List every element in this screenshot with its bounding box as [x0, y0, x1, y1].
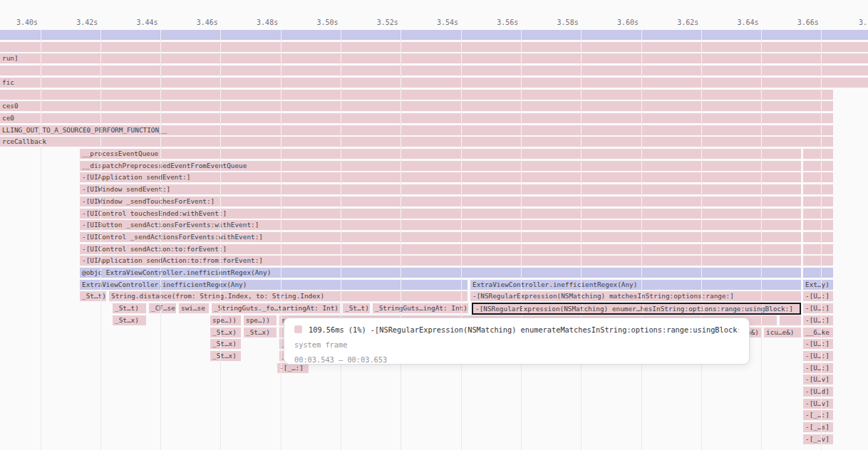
frame[interactable]: _CF…se	[149, 303, 176, 313]
gridline-overlay	[41, 53, 41, 63]
gridline-overlay	[281, 149, 281, 159]
frame[interactable]: -[NSRegularExpression(NSMatching) matche…	[470, 291, 801, 301]
frame[interactable]: _St…t)	[113, 303, 146, 313]
frame[interactable]: -[U…v]	[803, 399, 833, 409]
frame[interactable]: LLING_OUT_TO_A_SOURCE0_PERFORM_FUNCTION_…	[0, 125, 833, 135]
frame[interactable]: -[_…:]	[803, 410, 833, 420]
frame[interactable]: swi…se	[179, 303, 209, 313]
frame-label: _St…t)	[80, 291, 106, 301]
frame[interactable]	[803, 232, 833, 242]
frame[interactable]: Ext…y)	[803, 280, 833, 290]
frame[interactable]: -[U…:]	[803, 363, 833, 373]
frame[interactable]: __6…ke	[803, 328, 833, 338]
gridline-overlay	[821, 232, 822, 242]
frame[interactable]	[803, 197, 833, 206]
frame-label: __dispatchPreprocessedEventFromEventQueu…	[80, 161, 249, 171]
gridline-overlay	[581, 66, 582, 75]
gridline-overlay	[281, 42, 281, 52]
frame[interactable]: icu…e&)	[764, 328, 801, 338]
gridline-overlay	[461, 244, 462, 254]
frame[interactable]: -[U…:]	[803, 303, 833, 313]
gridline-overlay	[641, 184, 642, 194]
gridline-overlay	[521, 137, 522, 147]
gridline-overlay	[160, 30, 161, 40]
frame[interactable]: -[UIWindow _sendTouchesForEvent:]	[80, 197, 801, 206]
frame[interactable]: _St…x)	[210, 339, 241, 349]
frame[interactable]: rceCallback	[0, 137, 833, 147]
frame[interactable]: ces0	[0, 101, 833, 111]
frame[interactable]	[780, 315, 801, 325]
gridline-overlay	[160, 280, 161, 290]
gridline-overlay	[281, 268, 281, 278]
frame[interactable]: -[U…d]	[803, 387, 833, 397]
frame[interactable]: -[U…v]	[803, 375, 833, 384]
frame[interactable]: @objc ExtraViewController.inefficientReg…	[80, 268, 801, 278]
frame[interactable]: run]	[0, 53, 868, 63]
frame[interactable]	[803, 268, 833, 278]
frame[interactable]: _StringGuts._fo…tartingAt: Int)	[212, 303, 340, 313]
frame[interactable]: -[U…:]	[803, 351, 833, 361]
frame[interactable]	[803, 220, 833, 230]
frame[interactable]: -[UIApplication sendEvent:]	[80, 172, 801, 182]
gridline-overlay	[220, 303, 221, 313]
frame[interactable]	[803, 184, 833, 194]
selected-frame[interactable]: -[NSRegularExpression(NSMatching) enumer…	[472, 303, 801, 315]
frame[interactable]: -[UIWindow sendEvent:]	[80, 184, 801, 194]
gridline-overlay	[821, 375, 822, 384]
gridline-overlay	[160, 113, 161, 123]
gridline-overlay	[582, 304, 583, 313]
gridline-overlay	[581, 244, 582, 254]
frame[interactable]: -[UIApplication sendAction:to:from:forEv…	[80, 256, 801, 266]
gridline-overlay	[160, 42, 161, 52]
frame[interactable]: __dispatchPreprocessedEventFromEventQueu…	[80, 161, 801, 171]
frame[interactable]: _St…t)	[343, 303, 370, 313]
frame[interactable]	[0, 90, 833, 100]
frame[interactable]: -[U…:]	[803, 291, 833, 301]
frame[interactable]: spe…))	[244, 315, 277, 325]
frame[interactable]: -[U…:]	[803, 315, 833, 325]
frame[interactable]: _St…x)	[210, 328, 241, 338]
frame[interactable]: -[UIControl sendAction:to:forEvent:]	[80, 244, 801, 254]
frame[interactable]: -[_…v]	[803, 434, 833, 444]
frame[interactable]: ce0	[0, 113, 833, 123]
frame[interactable]	[803, 149, 833, 159]
frame[interactable]: _StringGuts…ingAt: Int)	[373, 303, 468, 313]
frame[interactable]: -[UIControl touchesEnded:withEvent:]	[80, 209, 801, 219]
frame[interactable]	[0, 42, 868, 52]
frame[interactable]: String.distance(from: String.Index, to: …	[109, 291, 467, 301]
frame[interactable]: -[UIControl _sendActionsForEvents:withEv…	[80, 232, 801, 242]
frame[interactable]	[0, 30, 868, 40]
gridline-overlay	[281, 209, 281, 219]
gridline-overlay	[821, 113, 822, 123]
frame[interactable]: _St…t)	[80, 291, 106, 301]
gridline-overlay	[641, 244, 642, 254]
frame[interactable]: fic	[0, 78, 868, 88]
gridline-overlay	[341, 101, 341, 111]
frame[interactable]: -[U…:]	[803, 339, 833, 349]
frame[interactable]: ExtraViewController.inefficientRegex(Any…	[470, 280, 801, 290]
gridline-overlay	[761, 197, 762, 206]
gridline-overlay	[761, 232, 762, 242]
frame[interactable]: _St…x)	[244, 328, 277, 338]
frame[interactable]: _St…x)	[210, 351, 241, 361]
frame[interactable]: _St…x)	[113, 315, 146, 325]
frame[interactable]: -[UIButton _sendActionsForEvents:withEve…	[80, 220, 801, 230]
frame[interactable]: __processEventQueue	[80, 149, 801, 159]
frame[interactable]	[0, 66, 868, 75]
gridline-overlay	[761, 280, 762, 290]
gridline-overlay	[41, 90, 41, 100]
frame[interactable]: -[_…s]	[803, 422, 833, 432]
frame-label: _St…x)	[210, 351, 239, 361]
frame[interactable]: spe…))	[210, 315, 241, 325]
frame[interactable]	[803, 209, 833, 219]
gridline-overlay	[761, 291, 762, 301]
frame[interactable]	[803, 161, 833, 171]
gridline-overlay	[220, 172, 221, 182]
gridline-overlay	[521, 30, 522, 40]
frame[interactable]: ExtraViewController.inefficientRegex(Any…	[80, 280, 467, 290]
gridline-overlay	[341, 268, 341, 278]
frame[interactable]	[803, 256, 833, 266]
frame[interactable]	[803, 172, 833, 182]
gridline-overlay	[821, 315, 822, 325]
frame[interactable]	[803, 244, 833, 254]
